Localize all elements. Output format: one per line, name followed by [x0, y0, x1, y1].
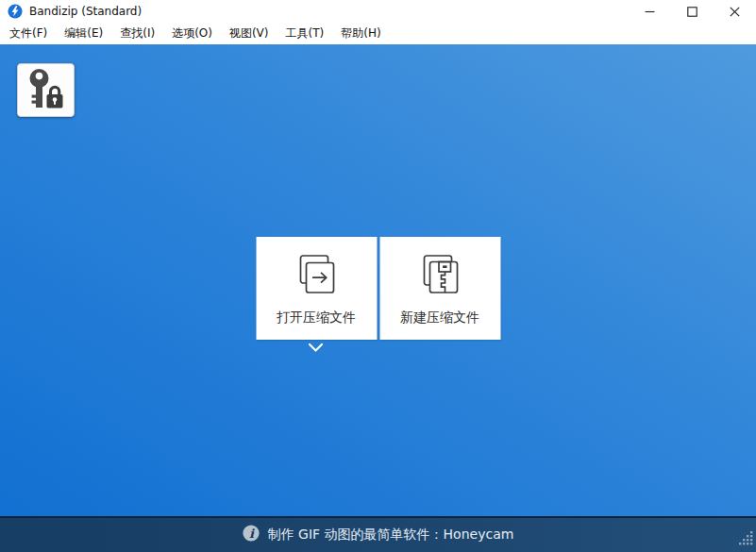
- resize-grip[interactable]: [739, 531, 753, 549]
- info-icon: i: [243, 525, 260, 545]
- open-archive-icon: [294, 253, 338, 299]
- close-button[interactable]: [714, 0, 756, 23]
- status-message: 制作 GIF 动图的最简单软件：Honeycam: [268, 527, 514, 544]
- menu-help[interactable]: 帮助(H): [332, 23, 389, 44]
- maximize-button[interactable]: [671, 0, 714, 23]
- menu-find[interactable]: 查找(I): [111, 23, 163, 44]
- caption-buttons: [629, 0, 756, 23]
- new-archive-icon: [418, 253, 462, 299]
- new-archive-label: 新建压缩文件: [400, 309, 479, 326]
- minimize-button[interactable]: [629, 0, 671, 23]
- password-manager-button[interactable]: [17, 63, 75, 117]
- titlebar: Bandizip (Standard): [0, 0, 756, 23]
- menubar: 文件(F) 编辑(E) 查找(I) 选项(O) 视图(V) 工具(T) 帮助(H…: [0, 23, 756, 44]
- menu-edit[interactable]: 编辑(E): [56, 23, 111, 44]
- new-archive-button[interactable]: 新建压缩文件: [379, 237, 500, 340]
- bandizip-bolt-icon: [8, 4, 23, 19]
- minimize-icon: [645, 7, 655, 17]
- status-ad[interactable]: i 制作 GIF 动图的最简单软件：Honeycam: [243, 525, 514, 545]
- menu-view[interactable]: 视图(V): [221, 23, 277, 44]
- key-lock-icon: [26, 68, 66, 113]
- window-title: Bandizip (Standard): [29, 5, 142, 18]
- statusbar: i 制作 GIF 动图的最简单软件：Honeycam: [0, 516, 756, 552]
- recent-files-expander[interactable]: [308, 343, 324, 353]
- main-area: 打开压缩文件 新建压缩文件: [0, 44, 756, 516]
- close-icon: [730, 7, 740, 17]
- chevron-down-icon: [308, 339, 324, 357]
- open-archive-button[interactable]: 打开压缩文件: [256, 237, 377, 340]
- maximize-icon: [687, 7, 697, 17]
- menu-file[interactable]: 文件(F): [1, 23, 56, 44]
- center-buttons: 打开压缩文件 新建压缩文件: [256, 237, 500, 340]
- menu-tools[interactable]: 工具(T): [277, 23, 333, 44]
- bandizip-window: Bandizip (Standard) 文件(F) 编辑(E): [0, 0, 756, 552]
- open-archive-label: 打开压缩文件: [277, 309, 356, 326]
- menu-options[interactable]: 选项(O): [163, 23, 221, 44]
